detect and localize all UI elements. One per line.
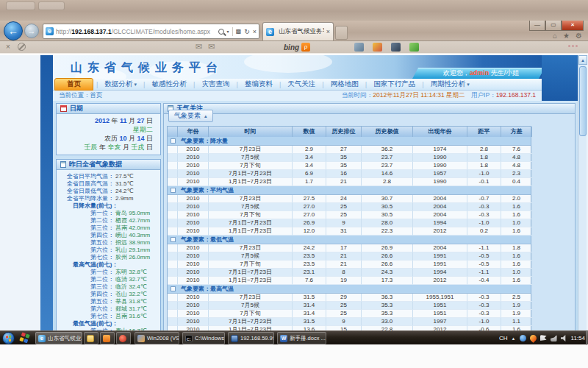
search-icon[interactable] (218, 29, 224, 35)
rank-value[interactable]: 青岛 95.0mm (114, 210, 150, 217)
close-button[interactable]: × (562, 21, 584, 31)
table-row[interactable]: 20101月1日~7月23日1.7212.81990-0.10.4 (168, 178, 531, 186)
rank-value[interactable]: 苍山 32.2℃ (114, 291, 147, 298)
table-row[interactable]: 20107月下旬31.42535.31951-0.31.9 (168, 310, 531, 318)
chevron-down-icon[interactable]: ▾ (227, 29, 229, 34)
language-indicator[interactable]: CH (499, 335, 508, 342)
nav-item-9[interactable]: 周期性分析▾ (424, 79, 476, 89)
rank-value[interactable]: 东明 32.8℃ (114, 269, 147, 276)
pinned-app-2[interactable] (100, 332, 115, 344)
taskbar-task-5[interactable]: W新手册.docx ... (277, 332, 326, 344)
start-button[interactable] (2, 332, 15, 344)
taskbar-task-1[interactable]: e山东省气候业... (35, 332, 82, 344)
column-header[interactable]: 方差 (501, 127, 532, 137)
table-row[interactable]: 20107月23日24.21726.92004-1.11.8 (168, 244, 531, 252)
table-row[interactable]: 20107月1日~7月23日6.91614.61957-1.02.3 (168, 170, 531, 178)
bluetooth-icon[interactable] (520, 335, 526, 342)
vertical-scrollbar[interactable]: ▲ ▼ (578, 55, 587, 344)
table-group-row[interactable]: 气象要素：最低气温 (168, 236, 531, 244)
address-bar[interactable]: e http://192.168.137.1/GLCCLIMATE/module… (43, 24, 259, 39)
volume-icon[interactable] (561, 335, 567, 342)
rank-value[interactable]: 郯城 31.7℃ (114, 305, 147, 313)
mail-icon[interactable]: ✉ (208, 42, 215, 52)
rank-value[interactable]: 莒南 42.0mm (114, 224, 150, 232)
column-header[interactable]: 历史极值 (362, 127, 413, 137)
column-header[interactable]: 距平 (467, 127, 501, 137)
nav-item-7[interactable]: 网格地图 (324, 79, 365, 89)
table-row[interactable]: 20101月1日~7月23日12.03122.320120.21.6 (168, 227, 531, 236)
column-header[interactable]: 历史排位 (326, 127, 362, 137)
table-row[interactable]: 20107月5候31.42535.31951-0.31.9 (168, 302, 531, 310)
new-tab-button[interactable] (335, 26, 348, 40)
pinned-app-3[interactable] (116, 332, 131, 344)
collapse-box-icon[interactable] (171, 237, 176, 242)
table-row[interactable]: 20107月1日~7月23日23.1824.31994-1.11.0 (168, 269, 531, 277)
mail-icon[interactable]: ✉ (196, 42, 202, 52)
network-icon[interactable] (551, 335, 557, 342)
rank-value[interactable]: 莒南 31.6℃ (114, 313, 147, 320)
rank-value[interactable]: 招远 38.9mm (114, 239, 150, 247)
table-row[interactable]: 20107月下旬23.52126.61991-0.51.6 (168, 261, 531, 269)
blocked-icon[interactable] (18, 43, 26, 51)
table-row[interactable]: 20107月下旬27.02530.52004-0.31.6 (168, 211, 531, 219)
close-pane-icon[interactable]: × (6, 43, 10, 51)
element-filter-button[interactable]: 气象要素▴ (168, 110, 213, 122)
table-group-row[interactable]: 气象要素：最高气温 (168, 285, 531, 294)
nav-item-5[interactable]: 整编资料 (238, 79, 279, 89)
bing-logo[interactable]: bing ρ (284, 43, 310, 52)
rank-value[interactable]: 崂山 40.3mm (114, 232, 150, 239)
more-options-icon[interactable] (568, 45, 578, 47)
rank-value[interactable]: 乳山 29.1mm (114, 247, 150, 254)
clock[interactable]: 11:54 (571, 335, 585, 342)
palette-addon-icon[interactable] (373, 43, 382, 52)
nav-item-6[interactable]: 天气关注 (281, 79, 322, 89)
column-header[interactable]: 时间 (209, 127, 293, 137)
stop-icon[interactable]: × (253, 28, 257, 35)
rank-value[interactable]: 临沂 32.4℃ (114, 283, 147, 291)
column-header[interactable]: 数值 (293, 127, 326, 137)
back-button[interactable]: ← (4, 21, 23, 40)
flame-app-icon[interactable] (528, 333, 538, 343)
column-header[interactable]: 年份 (178, 127, 209, 137)
taskbar-task-4[interactable]: 192.168.59.99... (228, 332, 274, 344)
table-group-row[interactable]: 气象要素：平均气温 (168, 186, 531, 195)
compatibility-view-icon[interactable]: ▩ (236, 28, 242, 35)
pinned-app-1[interactable] (84, 332, 98, 344)
table-row[interactable]: 20107月下旬3.43523.719901.84.8 (168, 162, 531, 170)
column-header[interactable]: 出现年份 (413, 127, 467, 137)
table-row[interactable]: 20107月1日~7月23日31.5933.01997-1.01.1 (168, 318, 531, 326)
favorites-star-icon[interactable]: ★ (563, 32, 570, 40)
pinwheel-app-icon[interactable] (19, 332, 30, 343)
taskbar-task-3[interactable]: C:C:\Windows\sy... (182, 332, 225, 344)
table-row[interactable]: 20107月1日~7月23日26.9928.01994-1.01.0 (168, 219, 531, 227)
hidden-icons-icon[interactable]: ▲ (512, 336, 516, 341)
collapse-box-icon[interactable] (171, 138, 176, 144)
settings-gear-icon[interactable]: ⚙ (576, 32, 582, 40)
puzzle-addon-icon[interactable] (409, 43, 419, 52)
minimize-button[interactable]: — (529, 21, 545, 31)
scroll-up-icon[interactable]: ▲ (578, 55, 587, 65)
maximize-button[interactable]: ▭ (545, 21, 562, 31)
nav-item-2[interactable]: 数据分析▾ (98, 79, 143, 89)
table-row[interactable]: 20101月1日~7月23日7.61917.32012-0.41.6 (168, 277, 531, 285)
table-row[interactable]: 20107月5候3.43523.719901.84.8 (168, 154, 531, 162)
home-icon[interactable]: ⌂ (553, 32, 557, 40)
collapse-box-icon[interactable] (171, 286, 176, 291)
scrollbar-thumb[interactable] (579, 66, 587, 136)
game-addon-icon[interactable] (391, 43, 401, 52)
table-group-row[interactable]: 气象要素：降水量 (168, 137, 531, 146)
rank-value[interactable]: 栖霞 42.7mm (114, 217, 150, 224)
rank-value[interactable]: 胶州 26.0mm (114, 254, 150, 261)
rank-value[interactable]: 临清 32.7℃ (114, 276, 147, 283)
action-center-flag-icon[interactable] (540, 335, 547, 342)
collapse-box-icon[interactable] (171, 188, 176, 193)
forward-button[interactable]: → (24, 24, 39, 38)
table-row[interactable]: 20107月5候23.52126.61991-0.51.6 (168, 252, 531, 261)
refresh-icon[interactable]: ↻ (244, 28, 250, 35)
tab-close-icon[interactable]: × (326, 28, 330, 35)
nav-item-4[interactable]: 灾害查询 (195, 79, 236, 89)
table-row[interactable]: 20107月23日31.52936.31955,1951-0.32.5 (168, 294, 531, 302)
browser-tab[interactable]: e 山东省气候业务平... × (262, 22, 334, 40)
taskbar-task-2[interactable]: Win2008 (VS2... (135, 332, 179, 344)
nav-item-3[interactable]: 敏感性分析 (145, 79, 193, 89)
